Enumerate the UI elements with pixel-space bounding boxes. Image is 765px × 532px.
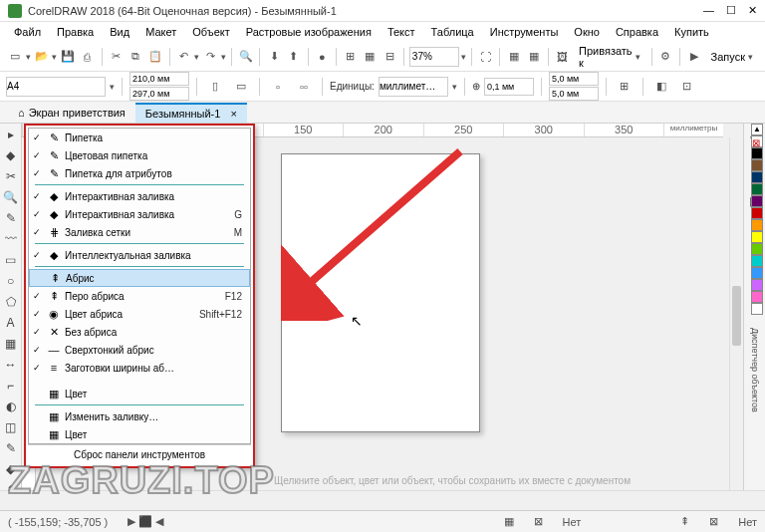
grid-icon[interactable]: ▦ xyxy=(362,46,380,68)
nudge-input[interactable] xyxy=(484,78,534,96)
ctx-item[interactable]: ✓✕Без абриса xyxy=(29,323,250,341)
menu-text[interactable]: Текст xyxy=(382,24,421,40)
transparency-tool-icon[interactable]: ◫ xyxy=(2,418,20,436)
freehand-tool-icon[interactable]: ✎ xyxy=(2,209,20,227)
page[interactable] xyxy=(281,153,480,432)
connector-tool-icon[interactable]: ⌐ xyxy=(2,377,20,395)
convert-icon[interactable]: ◧ xyxy=(650,76,672,98)
canvas[interactable]: 050100150200250300350 миллиметры ↖ ✓✎Пип… xyxy=(22,124,743,522)
swatch[interactable] xyxy=(751,207,763,219)
redo-icon[interactable]: ↷ xyxy=(201,46,219,68)
ctx-item[interactable]: ✓◉Цвет абрисаShift+F12 xyxy=(29,305,250,323)
pages1-icon[interactable]: ▫ xyxy=(267,76,289,98)
new-icon[interactable]: ▭ xyxy=(6,46,24,68)
save-icon[interactable]: 💾 xyxy=(59,46,77,68)
eyedropper-tool-icon[interactable]: ✎ xyxy=(2,439,20,457)
docker-tab-mgr[interactable]: Диспетчер объектов xyxy=(748,322,762,418)
dimension-tool-icon[interactable]: ↔ xyxy=(2,356,20,374)
shape-tool-icon[interactable]: ◆ xyxy=(2,146,20,164)
swatch[interactable] xyxy=(751,303,763,315)
undo-icon[interactable]: ↶ xyxy=(175,46,193,68)
landscape-icon[interactable]: ▭ xyxy=(230,76,252,98)
ctx-item[interactable]: ⇞Абрис xyxy=(29,269,250,287)
rectangle-tool-icon[interactable]: ▭ xyxy=(2,251,20,269)
swatch[interactable] xyxy=(751,243,763,255)
ctx-item[interactable]: ▦Цвет xyxy=(29,385,250,402)
menu-help[interactable]: Справка xyxy=(610,24,664,40)
fill-tool-icon[interactable]: ◆ xyxy=(2,460,20,478)
menu-tools[interactable]: Инструменты xyxy=(484,24,565,40)
page-height-input[interactable] xyxy=(129,87,189,101)
zoom-tool-icon[interactable]: 🔍 xyxy=(2,188,20,206)
ctx-item[interactable]: ▦Изменить заливку… xyxy=(29,407,250,425)
tab-document[interactable]: Безымянный-1 × xyxy=(135,103,247,123)
menu-file[interactable]: Файл xyxy=(8,24,47,40)
grid2-icon[interactable]: ▦ xyxy=(505,46,523,68)
menu-buy[interactable]: Купить xyxy=(668,24,715,40)
paste-icon[interactable]: 📋 xyxy=(146,46,164,68)
ctx-item[interactable]: ✓⇞Перо абрисаF12 xyxy=(29,287,250,305)
ctx-item[interactable]: ✓✎Пипетка xyxy=(29,129,250,146)
close-tab-icon[interactable]: × xyxy=(230,108,236,120)
pages2-icon[interactable]: ▫▫ xyxy=(293,76,315,98)
options-icon[interactable]: ⊡ xyxy=(676,76,698,98)
dup-x-input[interactable] xyxy=(549,72,599,86)
align-icon[interactable]: ⊞ xyxy=(614,76,636,98)
menu-view[interactable]: Вид xyxy=(104,24,135,40)
close-button[interactable]: ✕ xyxy=(748,4,757,17)
ctx-item[interactable]: ✓—Сверхтонкий абрис xyxy=(29,341,250,359)
outline-pen-icon[interactable]: ⇞ xyxy=(680,515,689,528)
ctx-item[interactable]: ✓◆Интерактивная заливка xyxy=(29,187,250,205)
menu-bitmap[interactable]: Растровые изображения xyxy=(240,24,378,40)
effects-tool-icon[interactable]: ◐ xyxy=(2,398,20,415)
minimize-button[interactable]: — xyxy=(703,4,714,17)
pict-icon[interactable]: 🖼 xyxy=(553,46,571,68)
copy-icon[interactable]: ⧉ xyxy=(127,46,144,68)
swatch[interactable] xyxy=(751,171,763,183)
portrait-icon[interactable]: ▯ xyxy=(204,76,226,98)
ctx-item[interactable]: ▦Цвет xyxy=(29,425,250,443)
menu-edit[interactable]: Правка xyxy=(51,24,100,40)
swatch[interactable] xyxy=(751,219,763,231)
export-icon[interactable]: ⬆ xyxy=(285,46,303,68)
menu-window[interactable]: Окно xyxy=(568,24,606,40)
table-tool-icon[interactable]: ▦ xyxy=(2,335,20,353)
ctx-item[interactable]: ✓✎Пипетка для атрибутов xyxy=(29,164,250,182)
swatch[interactable] xyxy=(751,255,763,267)
swatch[interactable] xyxy=(751,279,763,291)
ctx-item[interactable]: ✓◆Интерактивная заливкаG xyxy=(29,205,250,223)
launch-icon[interactable]: ▶ xyxy=(685,46,703,68)
swatch[interactable] xyxy=(751,195,763,207)
text-tool-icon[interactable]: A xyxy=(2,314,20,332)
grid3-icon[interactable]: ▦ xyxy=(525,46,543,68)
guides-icon[interactable]: ⊟ xyxy=(381,46,398,68)
fullscreen-icon[interactable]: ⛶ xyxy=(477,46,495,68)
units-select[interactable] xyxy=(379,77,448,97)
swatch[interactable] xyxy=(751,183,763,195)
pick-tool-icon[interactable]: ▸ xyxy=(2,126,20,143)
snap-button[interactable]: Привязать к ▾ xyxy=(573,46,646,68)
maximize-button[interactable]: ☐ xyxy=(726,4,736,17)
launch-button[interactable]: Запуск ▾ xyxy=(705,46,759,68)
artistic-tool-icon[interactable]: 〰 xyxy=(2,230,20,248)
swatch[interactable] xyxy=(751,267,763,279)
ctx-item[interactable]: ✓⋕Заливка сеткиM xyxy=(29,223,250,241)
import-icon[interactable]: ⬇ xyxy=(265,46,283,68)
menu-object[interactable]: Объект xyxy=(186,24,235,40)
menu-table[interactable]: Таблица xyxy=(425,24,480,40)
scrollbar-vertical[interactable] xyxy=(729,137,743,508)
swatch[interactable] xyxy=(751,159,763,171)
ctx-item[interactable]: ✓◆Интеллектуальная заливка xyxy=(29,246,250,264)
print-icon[interactable]: ⎙ xyxy=(79,46,97,68)
cut-icon[interactable]: ✂ xyxy=(108,46,126,68)
ctx-item[interactable]: ✓≡Заготовки ширины аб… xyxy=(29,359,250,377)
search-icon[interactable]: 🔍 xyxy=(237,46,255,68)
swatch[interactable] xyxy=(751,147,763,159)
menu-layout[interactable]: Макет xyxy=(139,24,182,40)
fill-swatch-icon[interactable]: ▦ xyxy=(504,515,514,528)
ellipse-tool-icon[interactable]: ○ xyxy=(2,272,20,290)
swatch[interactable] xyxy=(751,291,763,303)
dup-y-input[interactable] xyxy=(549,87,599,101)
swatch[interactable] xyxy=(751,231,763,243)
tab-welcome[interactable]: ⌂ Экран приветствия xyxy=(8,104,135,122)
